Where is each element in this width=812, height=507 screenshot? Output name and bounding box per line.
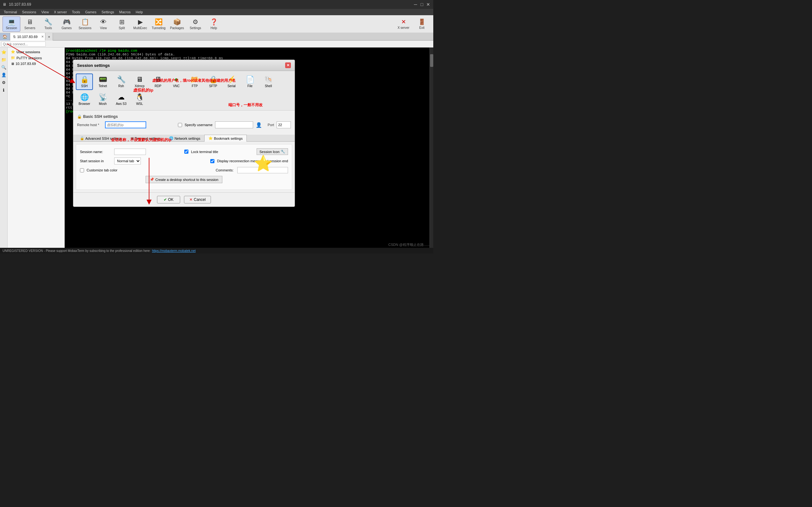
tool-exit[interactable]: 🚪 Exit bbox=[413, 16, 431, 32]
tab-terminal[interactable]: 🖥 Terminal settings bbox=[126, 135, 165, 142]
tool-view[interactable]: 👁 View bbox=[95, 16, 112, 32]
browser-label: Browser bbox=[79, 102, 90, 106]
tool-servers[interactable]: 🖥 Servers bbox=[21, 16, 39, 32]
tab-network[interactable]: 🌐 Network settings bbox=[165, 135, 204, 142]
tab-terminal-icon: 🖥 bbox=[131, 136, 134, 140]
proto-telnet[interactable]: 📟 Telnet bbox=[94, 73, 111, 90]
protocol-bar: 🔒 SSH 📟 Telnet 🔧 Rsh 🖥 Xdmcp 🖥 RDP ● bbox=[73, 71, 295, 111]
proto-serial[interactable]: ⚡ Serial bbox=[223, 73, 240, 90]
proto-rsh[interactable]: 🔧 Rsh bbox=[113, 73, 130, 90]
start-session-select[interactable]: Normal tab bbox=[114, 158, 141, 164]
menu-bar: Terminal Sessions View X server Tools Ga… bbox=[0, 9, 433, 15]
specify-username-label: Specify username bbox=[185, 123, 212, 127]
dialog-title-text: Session settings bbox=[77, 63, 110, 68]
menu-xserver[interactable]: X server bbox=[51, 9, 69, 15]
tool-packages[interactable]: 📦 Packages bbox=[168, 16, 186, 32]
servers-icon: 🖥 bbox=[27, 18, 33, 26]
app-icon: 🖥 bbox=[3, 2, 6, 7]
proto-awss3[interactable]: ☁ Aws S3 bbox=[113, 91, 130, 108]
shortcut-icon: 📌 bbox=[150, 177, 154, 181]
games-label: Games bbox=[61, 26, 72, 30]
session-name-input[interactable] bbox=[114, 149, 146, 155]
rdp-icon: 🖥 bbox=[154, 75, 161, 83]
serial-icon: ⚡ bbox=[227, 75, 236, 83]
proto-ftp[interactable]: 📂 FTP bbox=[186, 73, 203, 90]
proto-browser[interactable]: 🌐 Browser bbox=[76, 91, 93, 108]
remote-host-input[interactable] bbox=[105, 121, 146, 128]
tool-settings[interactable]: ⚙ Settings bbox=[187, 16, 204, 32]
sessions-label: Sessions bbox=[79, 26, 92, 30]
tool-tunneling[interactable]: 🔀 Tunneling bbox=[150, 16, 167, 32]
tool-xserver[interactable]: ✕ X server bbox=[395, 16, 412, 32]
tool-sessions[interactable]: 📋 Sessions bbox=[76, 16, 94, 32]
view-icon: 👁 bbox=[100, 18, 107, 26]
status-text: UNREGISTERED VERSION - Please support Mo… bbox=[3, 249, 151, 252]
comments-input[interactable] bbox=[237, 167, 288, 173]
proto-mosh[interactable]: 📡 Mosh bbox=[94, 91, 111, 108]
tools-label: Tools bbox=[44, 26, 52, 30]
minimize-button[interactable]: ─ bbox=[413, 2, 418, 7]
proto-vnc[interactable]: ● VNC bbox=[168, 73, 185, 90]
svg-line-0 bbox=[7, 44, 73, 82]
ssh-section-icon: 🔒 bbox=[77, 114, 82, 119]
tab-close-icon[interactable]: ✕ bbox=[41, 35, 44, 38]
session-icon-button[interactable]: Session Icon 🔧 bbox=[257, 148, 288, 155]
tool-split[interactable]: ⊞ Split bbox=[113, 16, 131, 32]
menu-help[interactable]: Help bbox=[133, 9, 146, 15]
tool-multiexec[interactable]: ▶ MultiExec bbox=[131, 16, 149, 32]
proto-sftp[interactable]: 🔒 SFTP bbox=[205, 73, 222, 90]
tab-bookmark[interactable]: ⭐ Bookmark settings bbox=[204, 135, 247, 142]
sessions-icon: 📋 bbox=[81, 18, 89, 26]
display-reconnection-checkbox[interactable] bbox=[210, 159, 214, 163]
customize-tab-checkbox[interactable] bbox=[80, 168, 84, 172]
proto-xdmcp[interactable]: 🖥 Xdmcp bbox=[131, 73, 148, 90]
session-label: Session bbox=[6, 26, 17, 30]
menu-macros[interactable]: Macros bbox=[117, 9, 133, 15]
tool-help[interactable]: ❓ Help bbox=[205, 16, 223, 32]
tool-session[interactable]: 💻 Session bbox=[3, 16, 20, 32]
menu-view[interactable]: View bbox=[39, 9, 51, 15]
dialog-overlay: Session settings ✕ 🔒 SSH 📟 Telnet 🔧 Rsh … bbox=[0, 41, 433, 248]
shortcut-button[interactable]: 📌 Create a desktop shortcut to this sess… bbox=[146, 176, 223, 183]
xdmcp-label: Xdmcp bbox=[135, 84, 144, 88]
menu-games[interactable]: Games bbox=[83, 9, 99, 15]
session-icon-img: 🔧 bbox=[281, 150, 285, 154]
tool-games[interactable]: 🎮 Games bbox=[58, 16, 75, 32]
menu-sessions[interactable]: Sessions bbox=[20, 9, 39, 15]
tool-tools[interactable]: 🔧 Tools bbox=[39, 16, 57, 32]
awss3-icon: ☁ bbox=[118, 93, 125, 101]
menu-terminal[interactable]: Terminal bbox=[1, 9, 20, 15]
customize-row: Customize tab color Comments: bbox=[80, 167, 288, 173]
xdmcp-icon: 🖥 bbox=[136, 75, 143, 83]
close-button[interactable]: ✕ bbox=[426, 2, 431, 7]
ok-button[interactable]: ✔ OK bbox=[157, 196, 180, 204]
proto-rdp[interactable]: 🖥 RDP bbox=[149, 73, 166, 90]
file-icon: 📄 bbox=[246, 75, 254, 83]
menu-settings[interactable]: Settings bbox=[99, 9, 117, 15]
tab-network-icon: 🌐 bbox=[169, 136, 173, 140]
tab-home[interactable]: 🏠 bbox=[0, 33, 10, 41]
status-link[interactable]: https://mobaxterm.mobatek.net bbox=[152, 249, 196, 252]
menu-tools[interactable]: Tools bbox=[69, 9, 83, 15]
maximize-button[interactable]: □ bbox=[419, 2, 424, 7]
proto-wsl[interactable]: 🐧 WSL bbox=[131, 91, 148, 108]
tab-session[interactable]: 5: 10.107.83.69 ✕ bbox=[10, 33, 45, 41]
port-input[interactable] bbox=[276, 121, 291, 128]
proto-ssh[interactable]: 🔒 SSH bbox=[76, 73, 93, 90]
lock-terminal-checkbox[interactable] bbox=[184, 150, 189, 154]
ssh-icon: 🔒 bbox=[80, 75, 89, 83]
bookmark-settings: Session name: Lock terminal title Sessio… bbox=[76, 144, 292, 190]
tab-advanced-ssh[interactable]: 🔒 Advanced SSH settings bbox=[76, 135, 126, 142]
username-input[interactable] bbox=[215, 121, 253, 128]
help-label: Help bbox=[211, 26, 217, 30]
cancel-button[interactable]: ✕ Cancel bbox=[184, 196, 211, 204]
proto-file[interactable]: 📄 File bbox=[241, 73, 258, 90]
specify-username-checkbox[interactable] bbox=[178, 123, 182, 127]
proto-shell[interactable]: 🐚 Shell bbox=[260, 73, 277, 90]
tunneling-label: Tunneling bbox=[152, 26, 165, 30]
dialog-close-button[interactable]: ✕ bbox=[285, 62, 291, 68]
mosh-icon: 📡 bbox=[99, 93, 107, 101]
browser-icon: 🌐 bbox=[80, 93, 89, 101]
tab-new[interactable]: + bbox=[45, 33, 53, 41]
status-bar: UNREGISTERED VERSION - Please support Mo… bbox=[0, 248, 433, 253]
